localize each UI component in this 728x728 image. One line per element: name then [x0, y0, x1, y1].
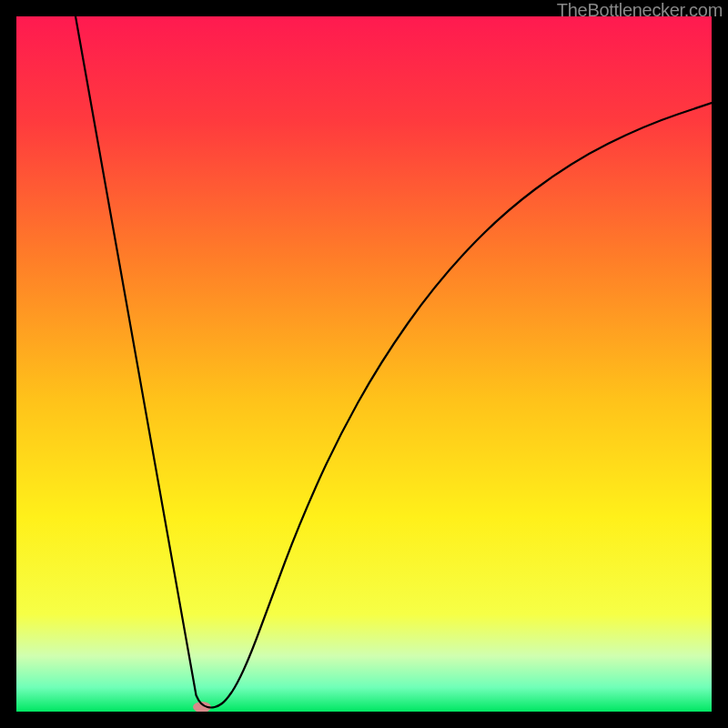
- chart-frame: [16, 16, 712, 712]
- bottleneck-chart: [16, 16, 712, 712]
- plot-background: [16, 16, 712, 712]
- attribution-label: TheBottlenecker.com: [557, 0, 723, 21]
